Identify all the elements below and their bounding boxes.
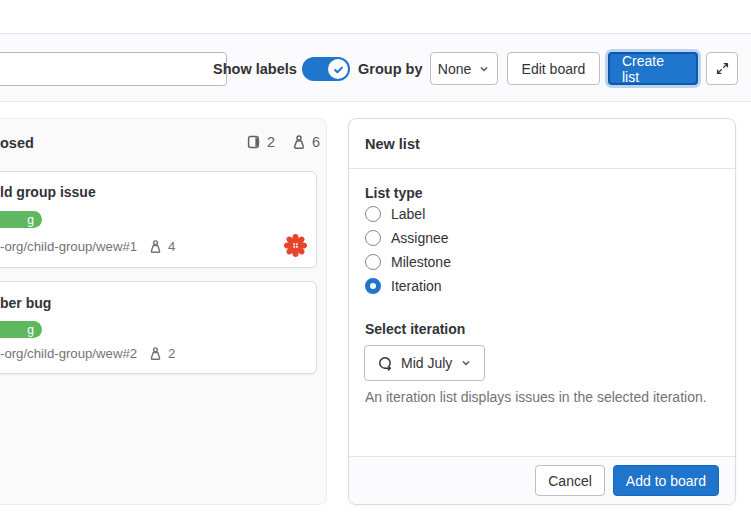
new-list-footer: Cancel Add to board <box>349 456 735 504</box>
new-list-title: New list <box>365 136 420 152</box>
radio-option-text: Iteration <box>391 278 442 294</box>
expand-icon <box>715 61 730 76</box>
add-to-board-button[interactable]: Add to board <box>613 465 719 496</box>
expand-board-button[interactable] <box>706 52 738 85</box>
list-type-label: List type <box>365 185 423 201</box>
issue-card-title[interactable]: ber bug <box>0 295 51 311</box>
iteration-helper-text: An iteration list displays issues in the… <box>365 387 715 408</box>
select-iteration-label: Select iteration <box>365 321 465 337</box>
radio-option-iteration[interactable]: Iteration <box>365 277 451 294</box>
edit-board-label: Edit board <box>522 61 586 77</box>
edit-board-button[interactable]: Edit board <box>507 52 600 85</box>
weight-count: 6 <box>312 134 320 150</box>
show-labels-label: Show labels <box>213 61 297 77</box>
column-title: osed <box>0 135 34 151</box>
radio-option-text: Label <box>391 206 425 222</box>
cancel-button[interactable]: Cancel <box>535 465 605 496</box>
iteration-dropdown[interactable]: Mid July <box>364 345 485 381</box>
issue-weight: 4 <box>168 239 175 254</box>
create-list-label: Create list <box>622 53 684 85</box>
radio-option-text: Assignee <box>391 230 449 246</box>
iteration-value: Mid July <box>401 355 452 371</box>
add-to-board-label: Add to board <box>626 473 706 489</box>
issue-reference: -org/child-group/wew#2 <box>0 346 137 361</box>
group-by-dropdown[interactable]: None <box>430 52 498 85</box>
chevron-down-icon <box>478 63 490 75</box>
weight-icon <box>291 134 307 150</box>
weight-icon <box>148 346 163 361</box>
check-icon <box>332 63 345 76</box>
new-list-header: New list <box>349 119 735 169</box>
radio-option-assignee[interactable]: Assignee <box>365 229 451 246</box>
issue-meta-row: -org/child-group/wew#2 2 <box>0 346 175 361</box>
issue-weight: 2 <box>168 346 175 361</box>
weight-icon <box>148 239 163 254</box>
chevron-down-icon <box>460 357 472 369</box>
radio-icon[interactable] <box>365 254 381 270</box>
radio-option-text: Milestone <box>391 254 451 270</box>
show-labels-toggle[interactable] <box>302 57 350 81</box>
new-list-panel: New list List type Label Assignee Milest… <box>348 118 736 505</box>
radio-icon-selected[interactable] <box>365 278 381 294</box>
toggle-knob <box>328 59 348 79</box>
group-by-value: None <box>438 61 471 77</box>
issue-meta-row: -org/child-group/wew#1 4 <box>0 239 175 254</box>
issue-label-pill[interactable]: g <box>0 321 42 338</box>
radio-icon[interactable] <box>365 206 381 222</box>
list-type-radio-group: Label Assignee Milestone Iteration <box>365 205 451 301</box>
column-counters: 2 6 <box>246 134 320 150</box>
issue-board-screen: Show labels Group by None Edit board Cre… <box>0 0 751 523</box>
radio-icon[interactable] <box>365 230 381 246</box>
issue-count: 2 <box>267 134 275 150</box>
create-list-button[interactable]: Create list <box>608 52 698 85</box>
issue-label-pill[interactable]: g <box>0 211 42 228</box>
assignee-avatar[interactable] <box>282 232 309 259</box>
board-search-input[interactable] <box>0 52 227 86</box>
radio-option-label[interactable]: Label <box>365 205 451 222</box>
cancel-label: Cancel <box>548 473 592 489</box>
radio-option-milestone[interactable]: Milestone <box>365 253 451 270</box>
group-by-label: Group by <box>358 61 422 77</box>
iteration-icon <box>377 355 393 371</box>
issue-reference: -org/child-group/wew#1 <box>0 239 137 254</box>
issue-card-title[interactable]: ld group issue <box>0 184 96 200</box>
issue-count-icon <box>246 134 262 150</box>
